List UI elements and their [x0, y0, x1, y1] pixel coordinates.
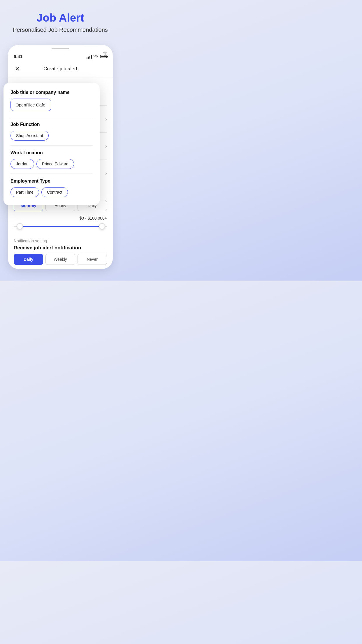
daily-notif-tab[interactable]: Daily	[14, 254, 43, 265]
popup-work-location-tags: Jordan Prince Edward	[10, 159, 93, 169]
popup-employment-tags: Part Time Contract	[10, 187, 93, 197]
phone-wrapper: 9:41 ✕	[6, 45, 114, 269]
receive-alert-label: Receive job alert notification	[14, 245, 107, 251]
popup-employment-label: Employment Type	[10, 178, 93, 184]
employment-chevron[interactable]: ›	[105, 170, 107, 176]
slider-right-thumb[interactable]	[99, 223, 105, 230]
part-time-popup-tag[interactable]: Part Time	[10, 187, 39, 197]
notification-section: Notification setting Receive job alert n…	[8, 235, 113, 269]
job-function-chevron[interactable]: ›	[105, 116, 107, 122]
notif-tabs: Daily Weekly Never	[14, 254, 107, 265]
never-notif-tab[interactable]: Never	[78, 254, 107, 265]
phone-notch	[52, 48, 69, 49]
trash-icon[interactable]: 🗑	[103, 50, 108, 57]
shop-assistant-tag[interactable]: Shop Assistant	[10, 131, 49, 141]
popup-job-function-tags: Shop Assistant	[10, 131, 93, 141]
salary-range: $0 - $100,000+	[14, 216, 107, 220]
popup-job-title-label: Job title or company name	[10, 90, 93, 95]
popup-job-title-value[interactable]: OpenRice Cafe	[10, 99, 51, 111]
prince-edward-tag[interactable]: Prince Edward	[36, 159, 74, 169]
jordan-tag[interactable]: Jordan	[10, 159, 34, 169]
contract-tag[interactable]: Contract	[41, 187, 68, 197]
salary-slider[interactable]	[14, 222, 107, 230]
wifi-icon	[94, 55, 98, 58]
nav-title: Create job alert	[43, 66, 77, 72]
popup-job-function-label: Job Function	[10, 122, 93, 127]
nav-bar: ✕ Create job alert	[8, 61, 113, 78]
weekly-notif-tab[interactable]: Weekly	[45, 254, 75, 265]
work-location-chevron[interactable]: ›	[105, 143, 107, 149]
close-button[interactable]: ✕	[14, 64, 21, 74]
status-time: 9:41	[14, 54, 22, 59]
page-title: Job Alert	[6, 12, 115, 24]
page-subtitle: Personalised Job Recommendations	[6, 27, 115, 33]
popup-work-location-label: Work Location	[10, 150, 93, 155]
notification-setting-label: Notification setting	[14, 239, 107, 243]
popup-card: Job title or company name OpenRice Cafe …	[3, 83, 100, 205]
status-bar: 9:41	[8, 50, 113, 61]
signal-icon	[87, 55, 92, 59]
slider-left-thumb[interactable]	[17, 223, 23, 230]
